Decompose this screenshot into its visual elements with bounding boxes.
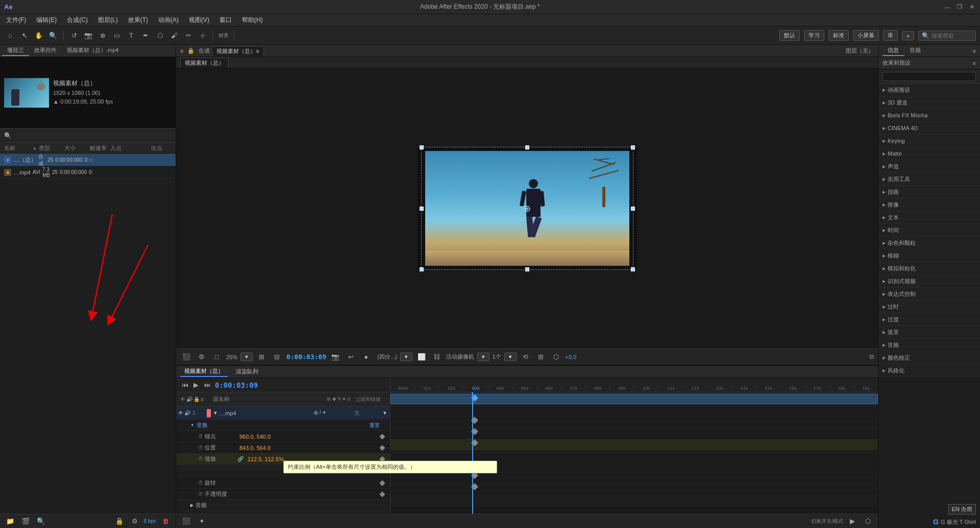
menu-composition[interactable]: 合成(C) (63, 15, 92, 26)
category-time-header[interactable]: ▶ 时间 (878, 224, 980, 236)
audio-group[interactable]: ▶ 音频 (176, 500, 390, 511)
toggle-btn[interactable]: ⬜ (415, 351, 428, 363)
mask-tool[interactable]: ⬡ (154, 30, 166, 42)
transform-label[interactable]: ▼ 变换 重置 (176, 420, 390, 431)
effects-search-input[interactable] (883, 72, 976, 81)
position-value[interactable]: 843.0, 564.0 (239, 445, 271, 451)
loop-btn[interactable]: ↩ (345, 351, 357, 363)
menu-layer[interactable]: 图层(L) (94, 15, 122, 26)
hand-tool[interactable]: ✋ (33, 30, 45, 42)
shape-tool[interactable]: ▭ (111, 30, 123, 42)
list-item-comp[interactable]: ■ ....（总） 合成 25 0:00:00:000 0:☆ (0, 154, 176, 166)
rotation-stopwatch[interactable]: ⏱ (197, 480, 205, 486)
grid-btn[interactable]: ⊟ (271, 351, 283, 363)
category-expression-header[interactable]: ▶ 表达式控制 (878, 288, 980, 300)
info-tab-info[interactable]: 信息 (883, 45, 904, 56)
new-folder-btn[interactable]: 📁 (4, 515, 16, 527)
new-comp-btn[interactable]: 🎬 (19, 515, 32, 527)
category-sim-header[interactable]: ▶ 模拟和粒化 (878, 262, 980, 274)
menu-window[interactable]: 窗口 (215, 15, 236, 26)
rotate-tool[interactable]: ↺ (68, 30, 80, 42)
home-tool[interactable]: ⌂ (4, 30, 16, 42)
camera-count-select[interactable]: ▼ (504, 353, 517, 361)
workspace-more[interactable]: » (902, 31, 914, 40)
handle-tl[interactable] (420, 145, 424, 149)
puppet-tool[interactable]: ⊹ (197, 30, 209, 42)
menu-animation[interactable]: 动画(A) (154, 15, 183, 26)
menu-help[interactable]: 帮助(H) (238, 15, 267, 26)
play-first-btn[interactable]: ⏮ (180, 381, 189, 390)
category-obsolete-header[interactable]: ▶ 过时 (878, 300, 980, 313)
delete-btn[interactable]: 🗑 (159, 515, 172, 527)
cam-tool[interactable]: 📷 (82, 30, 94, 42)
info-tab-audio[interactable]: 音频 (904, 45, 926, 56)
playhead[interactable] (472, 392, 473, 514)
category-color-header[interactable]: ▶ 颜色校正 (878, 351, 980, 364)
project-search-input[interactable] (14, 133, 172, 139)
lock-btn[interactable]: 🔒 (113, 515, 126, 527)
view-mode-select[interactable]: ▼ (400, 353, 412, 361)
reset-btn[interactable]: ⟲ (520, 351, 532, 363)
play-last-btn[interactable]: ⏭ (203, 381, 212, 390)
category-3d-header[interactable]: ▶ 3D 通道 (878, 96, 980, 109)
handle-bl[interactable] (420, 267, 424, 271)
tl-btn-2[interactable]: ✦ (195, 515, 208, 527)
workspace-learn[interactable]: 学习 (804, 30, 824, 41)
comp-settings-btn[interactable]: ⚙ (195, 351, 208, 363)
share-btn[interactable]: ⬡ (550, 351, 562, 363)
close-button[interactable]: ✕ (968, 3, 976, 11)
text-tool[interactable]: T (125, 30, 137, 42)
transform-reset-link[interactable]: 重置 (370, 422, 380, 429)
layer-1-audio-icon[interactable]: 🔊 (184, 410, 190, 416)
category-animation-header[interactable]: ▶ 动画预设 (878, 84, 980, 96)
breadcrumb-tab[interactable]: 视频素材（总） (180, 58, 229, 68)
category-distort-header[interactable]: ▶ 扭曲 (878, 186, 980, 198)
select-tool[interactable]: ↖ (18, 30, 31, 42)
handle-bc[interactable] (525, 267, 529, 271)
menu-effect[interactable]: 效果(T) (124, 15, 152, 26)
scale-stopwatch[interactable]: ⏱ (197, 456, 205, 462)
layer-1-vis-icon[interactable]: 👁 (178, 410, 183, 416)
category-blur-header[interactable]: ▶ 模糊 (878, 249, 980, 262)
handle-mr[interactable] (631, 207, 635, 211)
handle-tc[interactable] (525, 145, 529, 149)
tl-btn-3[interactable]: ▶ (846, 515, 859, 527)
scale-link-icon[interactable]: 🔗 (237, 456, 243, 462)
menu-edit[interactable]: 编辑(E) (32, 15, 61, 26)
category-channel-header[interactable]: ▶ 声道 (878, 160, 980, 172)
workspace-default[interactable]: 默认 (779, 30, 800, 41)
anchor-value[interactable]: 960.0, 540.0 (239, 434, 271, 440)
3d-switch[interactable]: □ (211, 351, 223, 363)
comp-viewport[interactable]: ⊕ (176, 68, 878, 348)
sync-btn[interactable]: ⛓ (431, 351, 443, 363)
category-matte-header[interactable]: ▶ Matte (878, 147, 980, 160)
workspace-library[interactable]: 库 (883, 30, 898, 41)
menu-file[interactable]: 文件(F) (2, 15, 30, 26)
anchor-tool[interactable]: ⊕ (96, 30, 109, 42)
category-text-header[interactable]: ▶ 文本 (878, 211, 980, 223)
tab-footage[interactable]: 视频素材（总）.mp4 (62, 45, 124, 56)
layer-1-expand-icon[interactable]: ▼ (213, 410, 218, 416)
play-btn[interactable]: ▶ (191, 381, 201, 390)
search-btn2[interactable]: 🔍 (35, 515, 47, 527)
paint-tool[interactable]: 🖌 (168, 30, 180, 42)
opacity-stopwatch[interactable]: ⏱ (197, 491, 205, 497)
tab-project[interactable]: 项目三 (2, 45, 29, 56)
workspace-small[interactable]: 小屏幕 (853, 30, 879, 41)
category-audio-header[interactable]: ▶ 音频 (878, 339, 980, 351)
anchor-stopwatch[interactable]: ⏱ (197, 434, 205, 439)
layer-1-parent-btn[interactable]: ▼ (380, 410, 390, 416)
comp-toolbar-end-icon[interactable]: ⊟ (869, 354, 874, 360)
category-stylize-header[interactable]: ▶ 风格化 (878, 364, 980, 376)
category-utility-header[interactable]: ▶ 实用工具 (878, 173, 980, 185)
handle-tr[interactable] (631, 145, 635, 149)
language-indicator[interactable]: EN 办简 (948, 504, 976, 515)
track-1[interactable] (390, 392, 878, 406)
zoom-tool[interactable]: 🔍 (47, 30, 59, 42)
tl-btn-4[interactable]: ⬡ (862, 515, 874, 527)
panel-menu-icon[interactable]: ≡ (973, 48, 976, 54)
category-noise-header[interactable]: ▶ 杂色和颗粒 (878, 237, 980, 249)
clone-tool[interactable]: ✂ (182, 30, 194, 42)
camera-select[interactable]: ▼ (477, 353, 489, 361)
timeline-tab-main[interactable]: 视频素材（总） (180, 366, 228, 377)
